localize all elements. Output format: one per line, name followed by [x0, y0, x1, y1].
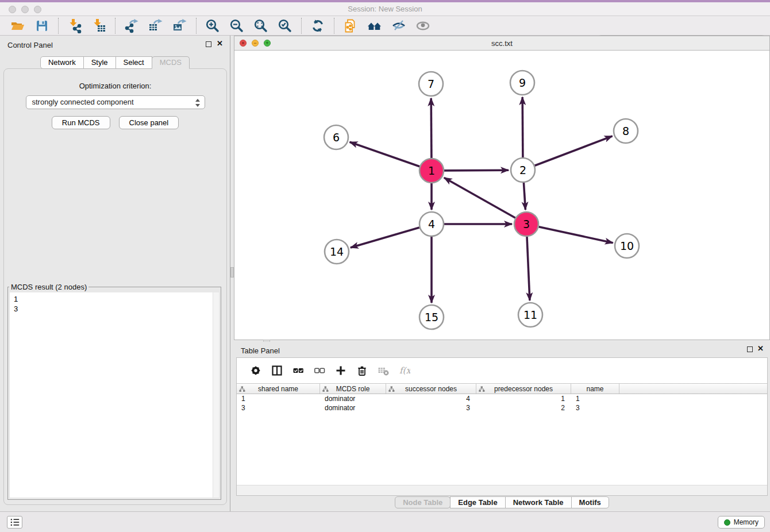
cell-shared-name[interactable]: 3: [237, 403, 320, 413]
mcds-result-scrollbar[interactable]: [213, 292, 219, 498]
mcds-buttons: Run MCDS Close panel: [4, 116, 226, 129]
graph-node-3[interactable]: 3: [514, 212, 538, 236]
delete-icon[interactable]: [353, 363, 371, 378]
hierarchy-icon: [322, 386, 329, 394]
graph-edge-2-9[interactable]: [522, 97, 523, 157]
network-canvas[interactable]: 7 9 6 8 1 2 4 3 14 10 15 11: [234, 51, 769, 340]
tab-network[interactable]: Network: [40, 56, 84, 69]
add-icon[interactable]: [332, 363, 349, 378]
zoom-out-icon[interactable]: [227, 18, 247, 34]
columns-icon[interactable]: [268, 363, 286, 378]
graph-node-4[interactable]: 4: [419, 212, 444, 236]
column-header-successor-nodes[interactable]: successor nodes: [386, 384, 476, 394]
column-label: shared name: [258, 385, 298, 393]
cell-shared-name[interactable]: 1: [237, 394, 320, 403]
function-icon: f(x): [396, 363, 413, 378]
control-panel-header: Control Panel ✕: [0, 36, 230, 54]
hierarchy-icon: [239, 386, 245, 394]
mcds-result-title: MCDS result (2 nodes): [9, 283, 88, 291]
network-view-title: scc.txt: [234, 36, 769, 51]
mcds-result-box[interactable]: 1 3: [10, 292, 219, 498]
memory-button[interactable]: Memory: [718, 516, 765, 529]
zoom-fit-icon[interactable]: [251, 18, 271, 34]
cell-predecessor-nodes[interactable]: 1: [476, 394, 571, 403]
column-header-shared-name[interactable]: shared name: [237, 384, 320, 394]
mcds-panel: Optimization criterion: strongly connect…: [3, 68, 227, 505]
graph-node-7[interactable]: 7: [419, 72, 443, 96]
cell-successor-nodes[interactable]: 3: [386, 403, 476, 413]
graph-edge-3-11[interactable]: [527, 237, 530, 300]
cell-successor-nodes[interactable]: 4: [386, 394, 476, 403]
graph-node-15[interactable]: 15: [419, 305, 444, 329]
tab-select[interactable]: Select: [116, 56, 152, 69]
task-history-button[interactable]: [7, 516, 22, 529]
graph-edge-1-6[interactable]: [350, 142, 420, 167]
criterion-select[interactable]: strongly connected component: [26, 95, 205, 109]
cell-MCDS-role[interactable]: dominator: [320, 403, 386, 413]
import-table-icon[interactable]: [89, 18, 109, 34]
graph-edge-3-1[interactable]: [444, 178, 515, 218]
control-panel-float-icon[interactable]: [206, 41, 211, 47]
graph-edge-4-14[interactable]: [351, 228, 419, 248]
eye-icon[interactable]: [413, 18, 433, 34]
settings-icon[interactable]: [247, 363, 264, 378]
table-row[interactable]: 1dominator411: [237, 394, 767, 403]
graph-node-9[interactable]: 9: [510, 71, 534, 95]
graph-edge-2-8[interactable]: [535, 136, 613, 165]
tab-motifs[interactable]: Motifs: [571, 496, 609, 508]
graph-node-8[interactable]: 8: [614, 119, 638, 143]
export-image-icon[interactable]: [170, 18, 190, 34]
run-mcds-button[interactable]: Run MCDS: [52, 116, 110, 129]
column-header-MCDS-role[interactable]: MCDS role: [320, 384, 386, 394]
graph-node-14[interactable]: 14: [325, 240, 349, 264]
close-panel-button[interactable]: Close panel: [119, 116, 179, 129]
table-panel-close-icon[interactable]: ✕: [757, 344, 764, 353]
toolbar-separator: [301, 18, 302, 34]
graph-node-1[interactable]: 1: [419, 159, 444, 183]
control-panel-close-icon[interactable]: ✕: [217, 39, 223, 48]
column-header-name[interactable]: name: [571, 384, 619, 394]
cell-predecessor-nodes[interactable]: 2: [476, 403, 571, 413]
tab-style[interactable]: Style: [83, 56, 116, 69]
graph-edge-1-7[interactable]: [431, 98, 432, 158]
graph-edge-3-10[interactable]: [539, 227, 613, 243]
save-session-icon[interactable]: [32, 18, 52, 34]
graph-node-6[interactable]: 6: [324, 125, 348, 149]
refresh-icon[interactable]: [308, 18, 328, 34]
cell-name[interactable]: 3: [571, 403, 619, 413]
graph-edge-2-3[interactable]: [523, 183, 525, 210]
hide-visibility-icon[interactable]: [389, 18, 409, 34]
cell-MCDS-role[interactable]: dominator: [320, 394, 386, 403]
network-view-titlebar: × − + scc.txt: [234, 36, 769, 51]
table-horizontal-scrollbar[interactable]: [237, 485, 767, 495]
table-row[interactable]: 3dominator323: [237, 403, 767, 413]
svg-text:6: 6: [333, 131, 340, 144]
graph-node-11[interactable]: 11: [518, 303, 542, 327]
table-panel-float-icon[interactable]: [747, 346, 753, 352]
tab-node-table[interactable]: Node Table: [395, 496, 451, 508]
graph-edge-1-2[interactable]: [444, 170, 509, 171]
clone-network-icon[interactable]: [341, 18, 360, 34]
graph-node-2[interactable]: 2: [511, 158, 535, 182]
tab-network-table[interactable]: Network Table: [505, 496, 572, 508]
table-panel: Table Panel ✕ f(x) shared nameMCDS roles…: [234, 342, 770, 510]
import-network-icon[interactable]: [65, 18, 84, 34]
deselect-all-icon[interactable]: [311, 363, 328, 378]
tab-mcds[interactable]: MCDS: [152, 56, 190, 69]
export-table-icon[interactable]: [146, 18, 165, 34]
column-header-predecessor-nodes[interactable]: predecessor nodes: [476, 384, 571, 394]
home-icon[interactable]: [365, 18, 384, 34]
zoom-in-icon[interactable]: [203, 18, 222, 34]
zoom-selected-icon[interactable]: [275, 18, 295, 34]
select-all-icon[interactable]: [290, 363, 307, 378]
table-toolbar: f(x): [237, 358, 767, 383]
column-label: name: [586, 385, 603, 393]
export-network-icon[interactable]: [122, 18, 141, 34]
cell-name[interactable]: 1: [571, 394, 619, 403]
graph-node-10[interactable]: 10: [615, 234, 639, 258]
main-toolbar: [0, 16, 770, 36]
tab-edge-table[interactable]: Edge Table: [450, 496, 505, 508]
table-panel-tabs: Node TableEdge TableNetwork TableMotifs: [234, 496, 770, 510]
open-session-icon[interactable]: [8, 18, 28, 34]
svg-text:2: 2: [519, 164, 526, 176]
